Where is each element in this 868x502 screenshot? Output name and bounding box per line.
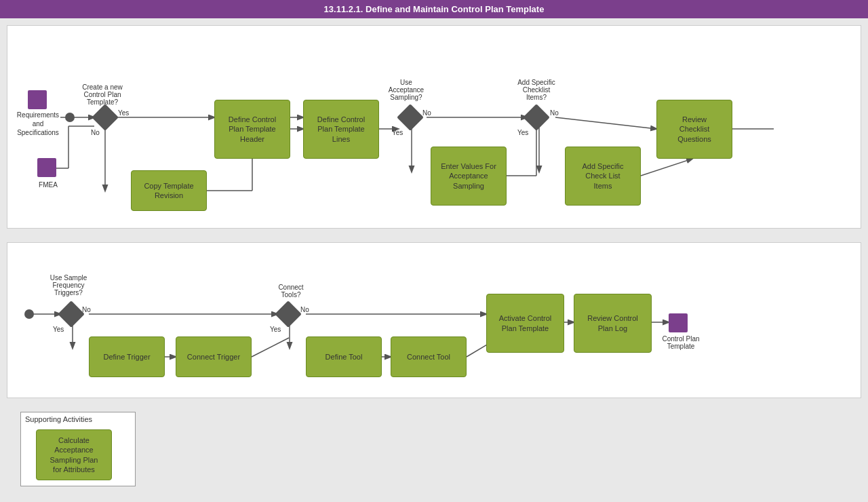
no-label-3: No: [550, 109, 559, 117]
no-label-5: No: [300, 306, 309, 313]
svg-line-17: [641, 159, 692, 176]
use-sample-freq-label: Use SampleFrequencyTriggers?: [41, 274, 96, 296]
create-new-label: Create a newControl PlanTemplate?: [75, 83, 130, 106]
swim-lane-top: RequirementsandSpecifications FMEA Creat…: [7, 25, 861, 229]
fmea-label: FMEA: [31, 180, 65, 189]
yes-label-4: Yes: [53, 326, 64, 333]
add-checklist-diamond: [523, 104, 550, 131]
cp-template-label: Control PlanTemplate: [657, 335, 705, 350]
bottom-lane-start: [24, 309, 34, 319]
requirements-icon: [28, 90, 47, 109]
no-label-2: No: [422, 109, 431, 117]
connect-tools-label: ConnectTools?: [271, 284, 311, 298]
enter-values-box[interactable]: Enter Values ForAcceptanceSampling: [431, 147, 507, 206]
main-content: RequirementsandSpecifications FMEA Creat…: [0, 18, 868, 493]
use-sample-freq-diamond: [58, 301, 85, 328]
define-trigger-box[interactable]: Define Trigger: [89, 336, 165, 377]
add-checklist-items-box[interactable]: Add SpecificCheck ListItems: [565, 147, 641, 206]
svg-line-15: [555, 117, 656, 129]
connect-tools-diamond: [275, 301, 302, 328]
review-cp-log-box[interactable]: Review ControlPlan Log: [574, 294, 652, 353]
create-new-diamond: [92, 104, 119, 131]
page-title: 13.11.2.1. Define and Maintain Control P…: [0, 0, 868, 18]
use-acceptance-label: UseAcceptanceSampling?: [379, 79, 433, 101]
review-checklist-box[interactable]: ReviewChecklistQuestions: [656, 100, 732, 159]
svg-line-23: [252, 338, 289, 357]
yes-label-5: Yes: [270, 326, 281, 333]
supporting-activities-title: Supporting Activities: [21, 412, 135, 426]
swim-lane-bottom: Use SampleFrequencyTriggers? No Yes Defi…: [7, 242, 861, 398]
no-label-1: No: [91, 129, 100, 136]
define-header-box[interactable]: Define Control Plan Template Header: [214, 100, 290, 159]
define-lines-box[interactable]: Define Control Plan Template Lines: [303, 100, 379, 159]
yes-label-3: Yes: [517, 129, 528, 136]
cp-template-icon: [669, 313, 688, 332]
activate-cp-box[interactable]: Activate ControlPlan Template: [486, 294, 564, 353]
add-checklist-label: Add SpecificChecklistItems?: [509, 79, 564, 101]
yes-label-1: Yes: [118, 109, 129, 117]
fmea-icon: [37, 158, 56, 177]
no-label-4: No: [82, 306, 91, 313]
connect-tool-box[interactable]: Connect Tool: [391, 336, 467, 377]
copy-template-box[interactable]: Copy TemplateRevision: [131, 170, 207, 211]
supporting-activities-box: Supporting Activities CalculateAcceptanc…: [20, 412, 136, 486]
use-acceptance-diamond: [397, 104, 424, 131]
yes-label-2: Yes: [392, 129, 403, 136]
requirements-label: RequirementsandSpecifications: [11, 111, 65, 137]
define-tool-box[interactable]: Define Tool: [306, 336, 382, 377]
top-lane-start: [65, 113, 75, 122]
calc-acceptance-box[interactable]: CalculateAcceptanceSampling Planfor Attr…: [36, 429, 112, 480]
connect-trigger-box[interactable]: Connect Trigger: [176, 336, 252, 377]
